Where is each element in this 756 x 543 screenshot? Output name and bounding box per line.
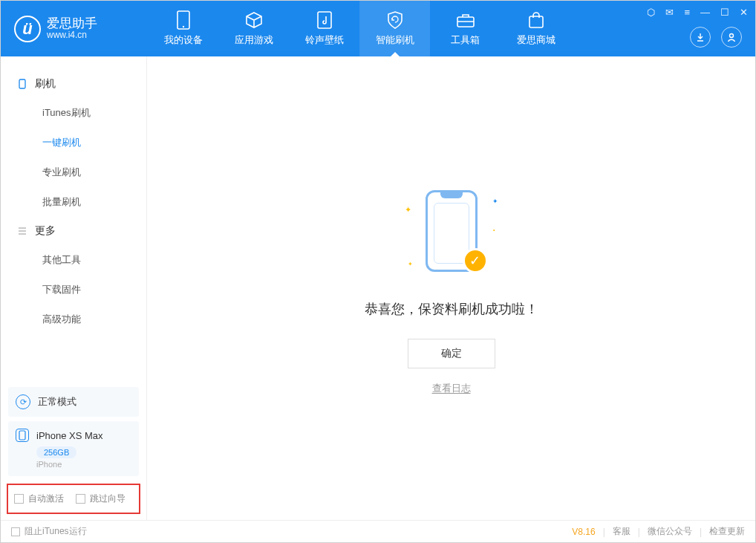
close-button[interactable]: ✕ xyxy=(740,7,748,18)
success-message: 恭喜您，保资料刷机成功啦！ xyxy=(365,300,538,318)
group-title: 刷机 xyxy=(35,77,56,91)
checkbox-icon[interactable] xyxy=(14,494,24,504)
phone-icon xyxy=(174,10,193,30)
sparkle-icon: ✦ xyxy=(408,261,413,267)
sidebar-item-itunes-flash[interactable]: iTunes刷机 xyxy=(1,98,146,128)
app-name: 爱思助手 xyxy=(47,17,97,31)
logo-text: 爱思助手 www.i4.cn xyxy=(47,17,97,41)
tab-toolbox[interactable]: 工具箱 xyxy=(430,1,501,56)
maximize-button[interactable]: ☐ xyxy=(720,7,729,18)
sidebar-item-pro-flash[interactable]: 专业刷机 xyxy=(1,157,146,187)
user-button[interactable] xyxy=(721,27,742,48)
sidebar: 刷机 iTunes刷机 一键刷机 专业刷机 批量刷机 更多 其他工具 下载固件 … xyxy=(1,56,147,520)
sparkle-icon: ✦ xyxy=(405,205,411,215)
shirt-icon[interactable]: ⬡ xyxy=(647,7,655,18)
wechat-link[interactable]: 微信公众号 xyxy=(648,525,692,538)
minimize-button[interactable]: — xyxy=(700,7,710,18)
check-update-link[interactable]: 检查更新 xyxy=(709,525,745,538)
device-mode-row[interactable]: ⟳ 正常模式 xyxy=(8,387,139,417)
sidebar-item-onekey-flash[interactable]: 一键刷机 xyxy=(1,128,146,157)
phone-success-illustration: ✦ ✦ ✦ • ✓ xyxy=(418,190,485,279)
group-title: 更多 xyxy=(35,224,56,238)
tab-ringtones-wallpapers[interactable]: 铃声壁纸 xyxy=(289,1,359,56)
tab-label: 智能刷机 xyxy=(376,33,414,47)
sparkle-icon: • xyxy=(493,227,495,233)
sparkle-icon: ✦ xyxy=(492,198,498,205)
sidebar-group-more[interactable]: 更多 xyxy=(1,217,146,245)
cube-icon xyxy=(244,10,264,30)
device-mode-label: 正常模式 xyxy=(38,395,76,409)
svg-rect-2 xyxy=(318,12,331,28)
svg-point-1 xyxy=(182,26,183,27)
app-url: www.i4.cn xyxy=(47,30,97,40)
checkbox-icon[interactable] xyxy=(76,494,85,504)
music-file-icon xyxy=(315,10,334,30)
svg-point-5 xyxy=(730,34,734,38)
body-area: 刷机 iTunes刷机 一键刷机 专业刷机 批量刷机 更多 其他工具 下载固件 … xyxy=(1,56,755,520)
shield-refresh-icon xyxy=(385,10,405,30)
device-small-icon xyxy=(17,79,27,89)
logo-area: ü 爱思助手 www.i4.cn xyxy=(1,16,148,42)
list-icon xyxy=(17,226,27,236)
check-badge-icon: ✓ xyxy=(463,248,488,273)
device-type: iPhone xyxy=(36,460,131,469)
sidebar-item-download-firmware[interactable]: 下载固件 xyxy=(1,275,146,305)
svg-rect-6 xyxy=(19,79,25,88)
sidebar-item-advanced[interactable]: 高级功能 xyxy=(1,305,146,334)
block-itunes-option[interactable]: 阻止iTunes运行 xyxy=(25,525,87,538)
main-content: ✦ ✦ ✦ • ✓ 恭喜您，保资料刷机成功啦！ 确定 查看日志 xyxy=(147,56,755,520)
option-label: 跳过向导 xyxy=(90,492,126,505)
app-header: ü 爱思助手 www.i4.cn 我的设备 应用游戏 铃声壁纸 智能刷机 工具箱 xyxy=(1,1,755,56)
version-label: V8.16 xyxy=(572,527,595,537)
sidebar-item-batch-flash[interactable]: 批量刷机 xyxy=(1,187,146,217)
sidebar-group-flash[interactable]: 刷机 xyxy=(1,70,146,98)
menu-icon[interactable]: ≡ xyxy=(684,7,690,18)
storage-badge: 256GB xyxy=(36,446,76,458)
status-bar: 阻止iTunes运行 V8.16 | 客服 | 微信公众号 | 检查更新 xyxy=(1,520,755,542)
toolbox-icon xyxy=(456,10,475,30)
main-tabs: 我的设备 应用游戏 铃声壁纸 智能刷机 工具箱 爱思商城 xyxy=(148,1,571,56)
tab-my-device[interactable]: 我的设备 xyxy=(148,1,218,56)
option-label: 自动激活 xyxy=(28,492,64,505)
header-right-buttons xyxy=(690,27,742,48)
svg-rect-4 xyxy=(529,16,543,27)
window-controls: ⬡ ✉ ≡ — ☐ ✕ xyxy=(647,7,748,18)
tab-apps-games[interactable]: 应用游戏 xyxy=(218,1,289,56)
tab-label: 铃声壁纸 xyxy=(305,33,344,47)
support-link[interactable]: 客服 xyxy=(613,525,630,538)
confirm-button[interactable]: 确定 xyxy=(408,339,495,368)
refresh-circle-icon: ⟳ xyxy=(16,394,30,409)
view-log-link[interactable]: 查看日志 xyxy=(432,382,471,395)
tab-label: 我的设备 xyxy=(164,33,203,47)
checkbox-icon[interactable] xyxy=(11,527,20,536)
phone-small-icon xyxy=(16,429,29,442)
device-name: iPhone XS Max xyxy=(36,430,103,441)
option-auto-activate[interactable]: 自动激活 xyxy=(14,492,64,505)
flash-options-highlighted: 自动激活 跳过向导 xyxy=(7,484,140,514)
device-info-row[interactable]: iPhone XS Max 256GB iPhone xyxy=(8,421,139,476)
download-button[interactable] xyxy=(690,27,711,48)
app-logo-icon: ü xyxy=(14,16,41,42)
tab-store[interactable]: 爱思商城 xyxy=(501,1,571,56)
feedback-icon[interactable]: ✉ xyxy=(665,7,674,18)
sidebar-item-other-tools[interactable]: 其他工具 xyxy=(1,245,146,275)
bag-icon xyxy=(527,10,546,30)
device-panel: ⟳ 正常模式 iPhone XS Max 256GB iPhone 自动激活 跳 xyxy=(1,383,146,520)
tab-label: 应用游戏 xyxy=(235,33,273,47)
svg-rect-7 xyxy=(19,431,25,440)
tab-label: 爱思商城 xyxy=(517,33,555,47)
tab-label: 工具箱 xyxy=(451,33,480,47)
tab-smart-flash[interactable]: 智能刷机 xyxy=(359,1,430,56)
option-skip-guide[interactable]: 跳过向导 xyxy=(76,492,126,505)
